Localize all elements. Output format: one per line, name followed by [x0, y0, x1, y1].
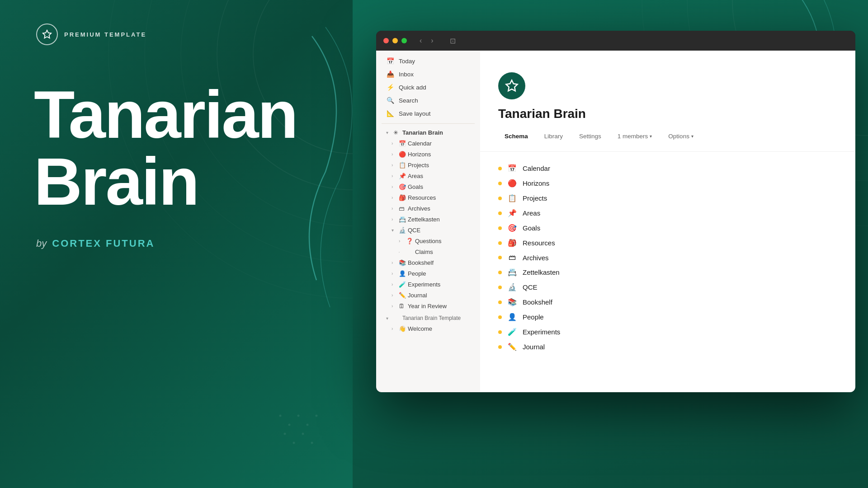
- bullet-qce: [498, 286, 502, 289]
- tree-item-questions[interactable]: › ❓ Questions: [379, 236, 477, 246]
- today-label: Today: [399, 58, 415, 65]
- chevron-horizons: ›: [392, 152, 399, 157]
- tree-item-template[interactable]: ▾ Tanarian Brain Template: [379, 313, 477, 323]
- sidebar-nav-today[interactable]: 📅 Today: [379, 55, 477, 67]
- bullet-zettelkasten: [498, 271, 502, 274]
- name-experiments: Experiments: [523, 328, 560, 336]
- tree-item-experiments[interactable]: › 🧪 Experiments: [379, 279, 477, 290]
- tree-item-projects[interactable]: › 📋 Projects: [379, 160, 477, 170]
- icon-qce: 🔬: [507, 283, 517, 291]
- calendar-emoji: 📅: [399, 140, 408, 147]
- list-item-experiments[interactable]: 🧪 Experiments: [498, 324, 837, 339]
- sidebar-divider-1: [382, 123, 475, 124]
- yearinreview-emoji: 🗓: [399, 303, 408, 310]
- svg-point-5: [279, 415, 282, 417]
- svg-point-13: [311, 442, 313, 444]
- tree-item-goals[interactable]: › 🎯 Goals: [379, 182, 477, 192]
- horizons-emoji: 🔴: [399, 151, 408, 158]
- traffic-light-red[interactable]: [383, 38, 389, 43]
- name-goals: Goals: [523, 224, 540, 232]
- list-item-zettelkasten[interactable]: 📇 Zettelkasten: [498, 265, 837, 280]
- tree-item-welcome[interactable]: › 👋 Welcome: [379, 324, 477, 334]
- tab-library[interactable]: Library: [538, 130, 569, 142]
- bookshelf-emoji: 📚: [399, 259, 408, 266]
- bullet-resources: [498, 241, 502, 245]
- inbox-icon: 📥: [386, 70, 394, 78]
- tree-item-archives[interactable]: › 🗃 Archives: [379, 203, 477, 214]
- traffic-light-green[interactable]: [401, 38, 407, 43]
- projects-label: Projects: [408, 162, 473, 169]
- tree-item-yearinreview[interactable]: › 🗓 Year in Review: [379, 301, 477, 311]
- chevron-archives: ›: [392, 206, 399, 211]
- sidebar-nav-savelayout[interactable]: 📐 Save layout: [379, 107, 477, 120]
- sidebar-nav-search[interactable]: 🔍 Search: [379, 94, 477, 107]
- list-item-areas[interactable]: 📌 Areas: [498, 206, 837, 221]
- tab-settings[interactable]: Settings: [573, 130, 608, 142]
- chevron-zettelkasten: ›: [392, 217, 399, 222]
- archives-label: Archives: [408, 205, 473, 212]
- chevron-people: ›: [392, 271, 399, 276]
- tree-item-journal[interactable]: › ✏️ Journal: [379, 290, 477, 300]
- name-journal: Journal: [523, 343, 545, 351]
- list-item-qce[interactable]: 🔬 QCE: [498, 280, 837, 295]
- tree-item-bookshelf[interactable]: › 📚 Bookshelf: [379, 258, 477, 268]
- author-name: CORTEX FUTURA: [52, 238, 155, 249]
- list-item-resources[interactable]: 🎒 Resources: [498, 235, 837, 250]
- tree-item-areas[interactable]: › 📌 Areas: [379, 171, 477, 181]
- chevron-workspace: ▾: [386, 130, 393, 135]
- welcome-emoji: 👋: [399, 325, 408, 332]
- app-body: 📅 Today 📥 Inbox ⚡ Quick add 🔍 Search 📐: [376, 51, 855, 392]
- list-item-horizons[interactable]: 🔴 Horizons: [498, 176, 837, 191]
- tree-item-resources[interactable]: › 🎒 Resources: [379, 192, 477, 203]
- icon-areas: 📌: [507, 209, 517, 217]
- areas-emoji: 📌: [399, 173, 408, 179]
- app-window: ‹ › ⊡ 📅 Today 📥 Inbox ⚡ Quick a: [376, 31, 855, 392]
- title-bar-controls: ‹ › ⊡: [420, 37, 456, 45]
- back-button[interactable]: ‹: [420, 37, 422, 45]
- list-item-goals[interactable]: 🎯 Goals: [498, 221, 837, 235]
- workspace-tabs: Schema Library Settings 1 members ▾ Opti…: [498, 130, 837, 142]
- chevron-calendar: ›: [392, 141, 399, 146]
- sidebar-toggle-button[interactable]: ⊡: [450, 37, 456, 45]
- options-button[interactable]: Options ▾: [662, 130, 700, 142]
- tab-schema[interactable]: Schema: [498, 130, 534, 142]
- tree-item-horizons[interactable]: › 🔴 Horizons: [379, 149, 477, 160]
- icon-journal: ✏️: [507, 343, 517, 351]
- traffic-light-yellow[interactable]: [392, 38, 398, 43]
- tree-item-calendar[interactable]: › 📅 Calendar: [379, 138, 477, 149]
- list-item-calendar[interactable]: 📅 Calendar: [498, 161, 837, 176]
- tree-item-people[interactable]: › 👤 People: [379, 268, 477, 279]
- list-item-projects[interactable]: 📋 Projects: [498, 191, 837, 206]
- resources-emoji: 🎒: [399, 194, 408, 201]
- tree-item-qce[interactable]: ▾ 🔬 QCE: [379, 225, 477, 235]
- chevron-goals: ›: [392, 184, 399, 189]
- journal-label: Journal: [408, 292, 473, 299]
- tree-item-claims[interactable]: • Claims: [379, 247, 477, 257]
- chevron-welcome: ›: [392, 326, 399, 331]
- name-qce: QCE: [523, 283, 538, 291]
- zettelkasten-emoji: 📇: [399, 216, 408, 223]
- bullet-calendar: [498, 167, 502, 170]
- sidebar-nav-quickadd[interactable]: ⚡ Quick add: [379, 81, 477, 94]
- chevron-down-icon-options: ▾: [691, 134, 693, 139]
- tree-item-workspace[interactable]: ▾ ✳ Tanarian Brain: [379, 127, 477, 138]
- name-horizons: Horizons: [523, 179, 549, 187]
- bookshelf-label: Bookshelf: [408, 259, 473, 266]
- forward-button[interactable]: ›: [431, 37, 433, 45]
- projects-emoji: 📋: [399, 162, 408, 169]
- search-label: Search: [399, 97, 418, 104]
- list-item-bookshelf[interactable]: 📚 Bookshelf: [498, 295, 837, 310]
- list-item-archives[interactable]: 🗃 Archives: [498, 250, 837, 265]
- members-button[interactable]: 1 members ▾: [611, 130, 659, 142]
- people-label: People: [408, 270, 473, 277]
- sidebar-nav-inbox[interactable]: 📥 Inbox: [379, 68, 477, 80]
- list-item-people[interactable]: 👤 People: [498, 310, 837, 324]
- icon-archives: 🗃: [507, 253, 517, 262]
- svg-point-7: [297, 415, 300, 417]
- bullet-people: [498, 315, 502, 319]
- chevron-journal: ›: [392, 293, 399, 298]
- name-zettelkasten: Zettelkasten: [523, 268, 560, 276]
- experiments-emoji: 🧪: [399, 281, 408, 288]
- tree-item-zettelkasten[interactable]: › 📇 Zettelkasten: [379, 214, 477, 225]
- list-item-journal[interactable]: ✏️ Journal: [498, 339, 837, 354]
